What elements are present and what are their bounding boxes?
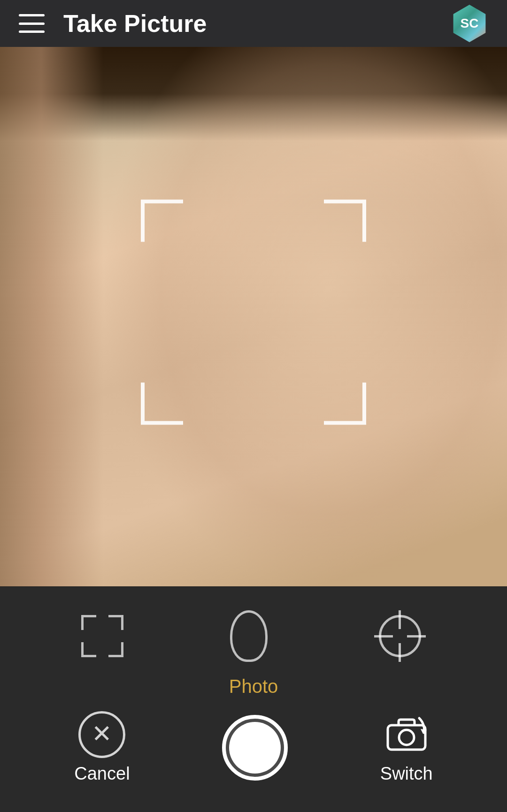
bracket-top-left bbox=[141, 199, 183, 242]
svg-point-1 bbox=[399, 730, 414, 745]
focus-brackets bbox=[141, 199, 366, 425]
header: Take Picture SC bbox=[0, 0, 507, 47]
frame-mode-button[interactable] bbox=[81, 615, 123, 657]
crosshair-mode-button[interactable] bbox=[374, 610, 426, 662]
cancel-circle-icon: ✕ bbox=[78, 711, 125, 758]
camera-rotate-svg bbox=[385, 716, 428, 753]
bracket-top-right bbox=[324, 199, 366, 242]
controls-panel: Photo ✕ Cancel bbox=[0, 587, 507, 812]
page-title: Take Picture bbox=[63, 9, 451, 38]
bracket-bottom-left bbox=[141, 382, 183, 425]
photo-mode-label: Photo bbox=[229, 676, 278, 697]
avatar[interactable]: SC bbox=[451, 5, 488, 42]
switch-label: Switch bbox=[380, 764, 433, 784]
bracket-br-icon bbox=[108, 642, 123, 657]
menu-button[interactable] bbox=[19, 14, 45, 33]
bracket-tl-icon bbox=[81, 615, 96, 630]
bracket-bottom-right bbox=[324, 382, 366, 425]
switch-button[interactable]: Switch bbox=[380, 711, 433, 784]
shutter-button[interactable] bbox=[222, 715, 288, 781]
bracket-tr-icon bbox=[108, 615, 123, 630]
shutter-inner-circle bbox=[229, 722, 281, 774]
face-outline-icon bbox=[230, 610, 268, 662]
cancel-button[interactable]: ✕ Cancel bbox=[74, 711, 130, 784]
crosshair-vertical-icon bbox=[399, 610, 401, 662]
switch-camera-icon bbox=[383, 711, 430, 758]
camera-viewfinder[interactable] bbox=[0, 47, 507, 586]
action-buttons-row: ✕ Cancel bbox=[0, 702, 507, 812]
cancel-label: Cancel bbox=[74, 764, 130, 784]
bracket-bl-icon bbox=[81, 642, 96, 657]
face-mode-button[interactable] bbox=[230, 610, 268, 662]
cancel-x-icon: ✕ bbox=[92, 721, 112, 746]
mode-selector-row bbox=[0, 587, 507, 676]
